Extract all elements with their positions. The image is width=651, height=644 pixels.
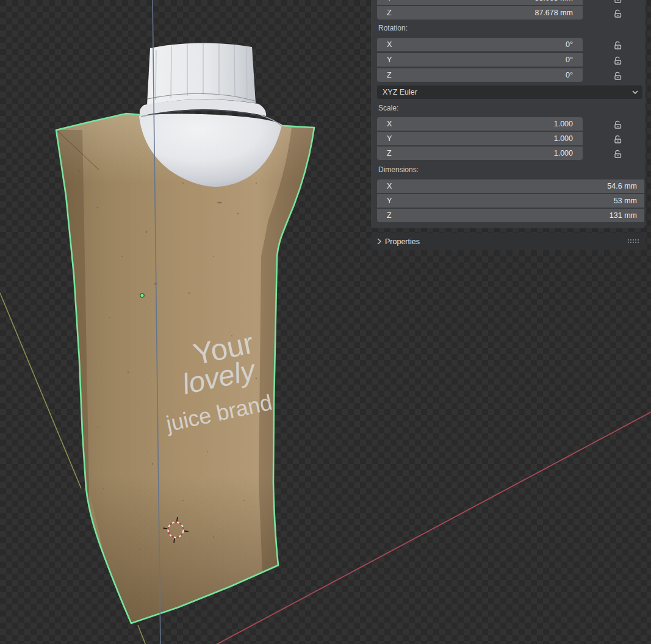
unlock-icon[interactable]: [613, 134, 622, 143]
axis-label: X: [377, 182, 392, 190]
axis-label: Y: [377, 197, 392, 205]
axis-label: Y: [377, 134, 392, 143]
grip-dots-icon[interactable]: [628, 239, 640, 244]
field-rotation-z[interactable]: Z 0°: [377, 68, 583, 82]
axis-label: Y: [377, 0, 392, 2]
unlock-icon[interactable]: [613, 119, 622, 129]
cap-cylinder: [147, 43, 256, 105]
axis-label: Z: [377, 211, 392, 220]
axis-label: X: [377, 40, 392, 49]
unlock-icon[interactable]: [613, 55, 622, 65]
transform-panel: Y 55.065 mm Z 87.678 mm Rotation: X 0° Y…: [371, 0, 646, 228]
field-rotation-y[interactable]: Y 0°: [377, 53, 583, 67]
chevron-right-icon: [377, 238, 381, 245]
dimensions-section-label: Dimensions:: [378, 165, 419, 174]
field-value: 54.6 mm: [607, 182, 644, 190]
unlock-icon[interactable]: [613, 8, 622, 18]
unlock-icon[interactable]: [613, 148, 622, 158]
field-dimension-y[interactable]: Y 53 mm: [377, 194, 644, 208]
properties-panel-header[interactable]: Properties: [371, 233, 646, 250]
field-scale-x[interactable]: X 1.000: [377, 117, 583, 131]
axis-label: Z: [377, 149, 392, 157]
field-value: 55.065 mm: [534, 0, 583, 2]
axis-label: X: [377, 120, 392, 128]
properties-panel-label: Properties: [385, 237, 420, 246]
field-scale-z[interactable]: Z 1.000: [377, 147, 583, 160]
object-origin-dot: [140, 294, 144, 297]
field-value: 1.000: [554, 149, 583, 157]
field-value: 1.000: [554, 134, 583, 143]
axis-label: Z: [377, 9, 392, 17]
field-value: 0°: [566, 56, 583, 64]
field-value: 131 mm: [610, 211, 644, 220]
field-location-z[interactable]: Z 87.678 mm: [377, 6, 583, 20]
axis-label: Y: [377, 56, 392, 64]
chevron-down-icon: [632, 90, 642, 94]
unlock-icon[interactable]: [613, 40, 622, 49]
field-value: 0°: [566, 40, 583, 49]
field-value: 1.000: [554, 120, 583, 128]
axis-label: Z: [377, 71, 392, 79]
field-scale-y[interactable]: Y 1.000: [377, 132, 583, 145]
field-value: 87.678 mm: [534, 9, 583, 17]
unlock-icon[interactable]: [613, 70, 622, 80]
field-value: 53 mm: [614, 197, 644, 205]
field-rotation-x[interactable]: X 0°: [377, 38, 583, 51]
rotation-mode-dropdown[interactable]: XYZ Euler: [377, 85, 642, 99]
rotation-mode-value: XYZ Euler: [377, 88, 417, 96]
scale-section-label: Scale:: [378, 104, 398, 112]
field-location-y[interactable]: Y 55.065 mm: [377, 0, 583, 5]
rotation-section-label: Rotation:: [378, 24, 408, 32]
unlock-icon[interactable]: [613, 0, 622, 3]
blender-window: Your lovely juice brand: [0, 0, 651, 644]
field-dimension-z[interactable]: Z 131 mm: [377, 209, 644, 222]
field-dimension-x[interactable]: X 54.6 mm: [377, 179, 644, 193]
juice-carton-object[interactable]: Your lovely juice brand: [56, 43, 314, 623]
field-value: 0°: [566, 71, 583, 79]
